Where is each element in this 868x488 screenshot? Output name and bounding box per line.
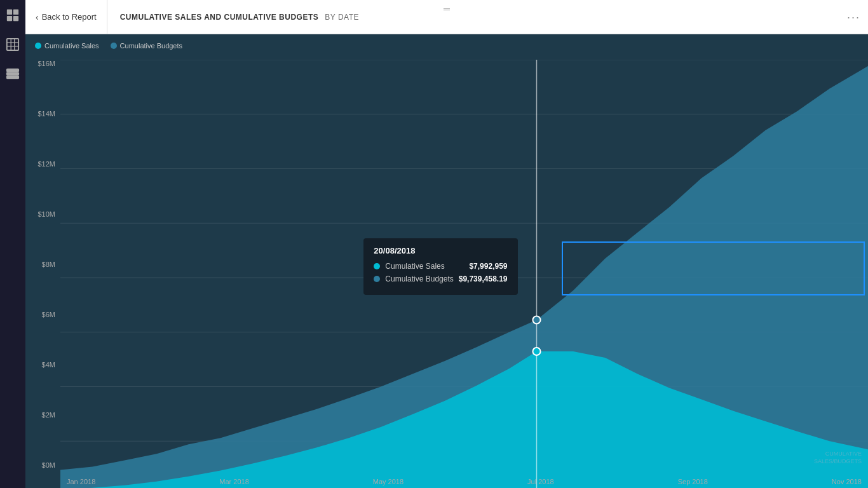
more-options-button[interactable]: ··· <box>847 10 860 24</box>
watermark-line1: CUMULATIVE <box>825 451 862 457</box>
watermark: CUMULATIVE SALES/BUDGETS <box>814 450 862 466</box>
x-label-jul: Jul 2018 <box>527 478 554 485</box>
svg-rect-4 <box>7 39 18 50</box>
y-label-2m: $2M <box>25 411 60 419</box>
legend-item-sales: Cumulative Sales <box>35 42 99 50</box>
drag-handle: ═ <box>444 4 450 14</box>
layers-icon[interactable] <box>4 65 22 83</box>
tooltip-date: 20/08/2018 <box>374 246 507 255</box>
x-label-jan: Jan 2018 <box>67 478 95 485</box>
x-label-sep: Sep 2018 <box>678 478 708 485</box>
y-label-4m: $4M <box>25 361 60 369</box>
x-label-may: May 2018 <box>373 478 403 485</box>
tooltip-row-sales: Cumulative Sales $7,992,959 <box>374 262 507 271</box>
x-label-mar: Mar 2018 <box>219 478 248 485</box>
back-button-label: Back to Report <box>42 12 97 22</box>
svg-rect-3 <box>13 16 18 21</box>
tooltip-dot-budgets <box>374 276 380 282</box>
svg-rect-1 <box>13 10 18 15</box>
svg-rect-9 <box>7 69 18 72</box>
chart-main-title: CUMULATIVE SALES AND CUMULATIVE BUDGETS <box>120 13 319 22</box>
y-label-0m: $0M <box>25 461 60 469</box>
tooltip-label-sales: Cumulative Sales <box>385 262 464 271</box>
sidebar <box>0 0 25 488</box>
svg-rect-0 <box>7 10 12 15</box>
y-axis: $16M $14M $12M $10M $8M $6M $4M $2M $0M <box>25 60 60 469</box>
chart-subtitle: BY DATE <box>325 13 359 22</box>
tooltip-row-budgets: Cumulative Budgets $9,739,458.19 <box>374 274 507 283</box>
back-arrow-icon: ‹ <box>36 12 39 22</box>
legend-label-sales: Cumulative Sales <box>44 42 99 50</box>
y-label-10m: $10M <box>25 210 60 218</box>
tooltip-dot-sales <box>374 263 380 269</box>
x-label-nov: Nov 2018 <box>832 478 862 485</box>
tooltip-value-budgets: $9,739,458.19 <box>459 274 508 283</box>
legend-dot-budgets <box>111 43 117 49</box>
grid-icon[interactable] <box>4 36 22 53</box>
x-axis: Jan 2018 Mar 2018 May 2018 Jul 2018 Sep … <box>60 478 868 485</box>
chart-tooltip: 20/08/2018 Cumulative Sales $7,992,959 C… <box>363 238 517 295</box>
y-label-8m: $8M <box>25 261 60 268</box>
tooltip-label-budgets: Cumulative Budgets <box>385 274 453 283</box>
back-to-report-button[interactable]: ‹ Back to Report <box>25 0 107 34</box>
tooltip-value-sales: $7,992,959 <box>469 262 507 271</box>
legend-dot-sales <box>35 43 41 49</box>
legend-item-budgets: Cumulative Budgets <box>111 42 182 50</box>
legend-label-budgets: Cumulative Budgets <box>120 42 182 50</box>
svg-rect-11 <box>7 76 18 79</box>
y-label-16m: $16M <box>25 60 60 67</box>
chart-area[interactable]: Cumulative Sales Cumulative Budgets $16M… <box>25 34 868 488</box>
y-label-6m: $6M <box>25 311 60 318</box>
header: ═ ‹ Back to Report CUMULATIVE SALES AND … <box>25 0 868 34</box>
home-icon[interactable] <box>4 6 22 24</box>
watermark-line2: SALES/BUDGETS <box>814 458 862 464</box>
y-label-12m: $12M <box>25 160 60 168</box>
selection-rectangle <box>562 241 865 295</box>
svg-rect-10 <box>7 72 18 75</box>
svg-point-25 <box>532 348 540 355</box>
chart-legend: Cumulative Sales Cumulative Budgets <box>35 42 182 50</box>
svg-point-24 <box>532 316 540 323</box>
svg-rect-2 <box>7 16 12 21</box>
y-label-14m: $14M <box>25 110 60 118</box>
chart-title-area: CUMULATIVE SALES AND CUMULATIVE BUDGETS … <box>107 13 372 22</box>
